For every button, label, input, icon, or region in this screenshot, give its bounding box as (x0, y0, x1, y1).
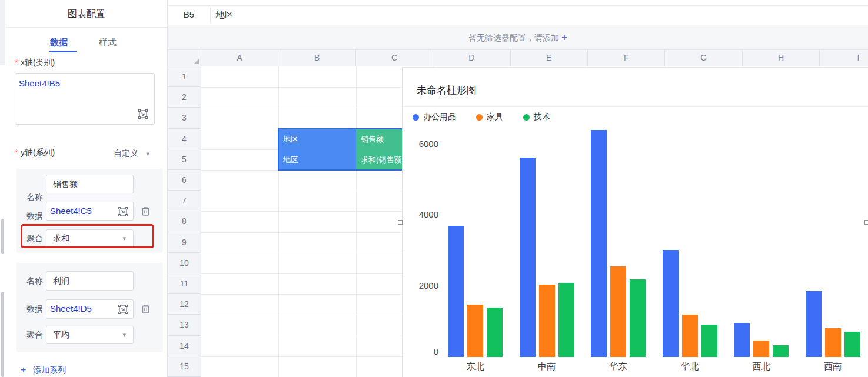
column-header-I[interactable]: I (820, 50, 868, 66)
bar-办公用品-华东[interactable] (591, 130, 607, 357)
column-header-A[interactable]: A (201, 50, 278, 66)
row-header-4[interactable]: 4 (168, 129, 201, 149)
legend-item-办公用品[interactable]: 办公用品 (413, 112, 456, 122)
add-filter-icon[interactable]: + (561, 32, 567, 43)
chart-resize-handle-right[interactable] (864, 220, 868, 225)
row-header-15[interactable]: 15 (168, 356, 201, 377)
y-axis-tick-2000: 2000 (409, 281, 438, 291)
legend-dot-icon (413, 114, 419, 121)
cell-B4[interactable]: 地区 (278, 129, 356, 149)
row-header-9[interactable]: 9 (168, 232, 201, 253)
trash-icon[interactable] (141, 303, 151, 314)
bar-办公用品-东北[interactable] (448, 226, 464, 357)
add-series-button[interactable]: + 添加系列 (21, 365, 66, 376)
formula-bar: B5 地区 (168, 0, 868, 25)
panel-title: 图表配置 (6, 8, 167, 21)
bar-家具-西北[interactable] (753, 341, 769, 357)
chevron-down-icon: ▾ (122, 331, 126, 339)
row-header-2[interactable]: 2 (168, 87, 201, 108)
series1-name-input[interactable]: 销售额 (46, 175, 134, 193)
gridline-v (278, 66, 279, 377)
range-picker-icon[interactable] (118, 304, 128, 315)
chevron-down-icon: ▾ (122, 235, 126, 242)
scrollbar-thumb-upper[interactable] (1, 219, 4, 254)
cell-reference-box[interactable]: B5 (168, 6, 210, 25)
cell-B5[interactable]: 地区 (278, 149, 356, 170)
x-axis-section-label: * x轴(类别) (15, 57, 55, 68)
column-header-D[interactable]: D (433, 50, 510, 66)
bar-家具-西南[interactable] (825, 328, 841, 357)
bar-家具-东北[interactable] (467, 305, 483, 357)
series2-name-input[interactable]: 利润 (46, 271, 134, 291)
chart-title: 未命名柱形图 (417, 84, 477, 97)
bar-办公用品-中南[interactable] (520, 158, 536, 357)
chart-legend: 办公用品家具技术 (413, 110, 550, 124)
range-picker-icon[interactable] (118, 206, 128, 217)
bar-技术-西南[interactable] (844, 332, 860, 357)
column-header-C[interactable]: C (356, 50, 433, 66)
y-axis-mode-dropdown[interactable]: 自定义 ▾ (114, 148, 149, 159)
bar-技术-华北[interactable] (701, 325, 717, 357)
chart-title-divider (403, 106, 868, 107)
row-header-13[interactable]: 13 (168, 315, 201, 335)
select-all-corner[interactable] (168, 50, 201, 66)
row-header-6[interactable]: 6 (168, 170, 201, 191)
column-header-G[interactable]: G (665, 50, 742, 66)
bar-家具-华东[interactable] (610, 266, 626, 357)
app-window: 图表配置 数据 样式 * x轴(类别) Sheet4!B5 * y轴(系列) (0, 0, 868, 377)
series2-aggregation-select[interactable]: 平均 ▾ (46, 326, 134, 344)
row-header-14[interactable]: 14 (168, 336, 201, 356)
legend-item-技术[interactable]: 技术 (523, 112, 550, 122)
chart-card[interactable]: 未命名柱形图 办公用品家具技术 0200040006000东北中南华东华北西北西… (402, 67, 868, 377)
chevron-down-icon: ▾ (146, 150, 149, 157)
bar-办公用品-西北[interactable] (734, 323, 750, 357)
y-axis-tick-6000: 6000 (409, 139, 438, 149)
series-group-1: 名称 销售额 数据 Sheet4!C5 (16, 169, 163, 253)
bar-办公用品-华北[interactable] (663, 250, 679, 357)
column-header-E[interactable]: E (511, 50, 588, 66)
bar-家具-中南[interactable] (539, 285, 555, 358)
row-header-7[interactable]: 7 (168, 191, 201, 211)
chart-resize-handle-left[interactable] (398, 220, 403, 225)
active-tab-underline (49, 51, 77, 52)
bar-技术-东北[interactable] (487, 308, 503, 357)
column-header-H[interactable]: H (743, 50, 820, 66)
left-scroll-strip (0, 0, 6, 377)
bar-办公用品-西南[interactable] (806, 291, 822, 357)
x-axis-label-华北: 华北 (669, 361, 710, 372)
chart-config-panel: 图表配置 数据 样式 * x轴(类别) Sheet4!B5 * y轴(系列) (6, 0, 168, 377)
row-header-10[interactable]: 10 (168, 253, 201, 273)
row-header-12[interactable]: 12 (168, 294, 201, 315)
scrollbar-thumb-lower[interactable] (1, 292, 4, 377)
column-header-B[interactable]: B (278, 50, 355, 66)
series2-data-input[interactable]: Sheet4!D5 (46, 299, 134, 319)
bar-技术-中南[interactable] (558, 283, 574, 358)
formula-input[interactable]: 地区 (216, 6, 234, 24)
bar-技术-华东[interactable] (630, 279, 646, 358)
series1-data-input[interactable]: Sheet4!C5 (46, 202, 134, 221)
bar-技术-西北[interactable] (773, 345, 789, 358)
x-axis-label-东北: 东北 (455, 361, 496, 372)
x-axis-label-西南: 西南 (812, 361, 853, 372)
corner-triangle-icon (194, 59, 199, 64)
series1-aggregation-select[interactable]: 求和 ▾ (46, 229, 134, 248)
gridline-v (356, 66, 357, 377)
required-asterisk: * (15, 148, 18, 157)
legend-item-家具[interactable]: 家具 (476, 112, 503, 122)
row-header-1[interactable]: 1 (168, 66, 201, 87)
bar-家具-华北[interactable] (682, 315, 698, 357)
filter-bar[interactable]: 暂无筛选器配置，请添加 + (168, 25, 868, 50)
legend-dot-icon (523, 114, 530, 121)
y-axis-section-label: * y轴(系列) (15, 147, 55, 158)
trash-icon[interactable] (141, 206, 151, 216)
tab-style[interactable]: 样式 (99, 37, 117, 48)
row-header-5[interactable]: 5 (168, 149, 201, 170)
range-picker-icon[interactable] (138, 109, 148, 119)
tab-data[interactable]: 数据 (50, 37, 68, 48)
formula-bar-divider (210, 8, 211, 22)
row-header-11[interactable]: 11 (168, 273, 201, 294)
column-header-F[interactable]: F (588, 50, 665, 66)
row-header-8[interactable]: 8 (168, 211, 201, 232)
x-axis-range-input[interactable]: Sheet4!B5 (15, 73, 155, 125)
row-header-3[interactable]: 3 (168, 108, 201, 128)
